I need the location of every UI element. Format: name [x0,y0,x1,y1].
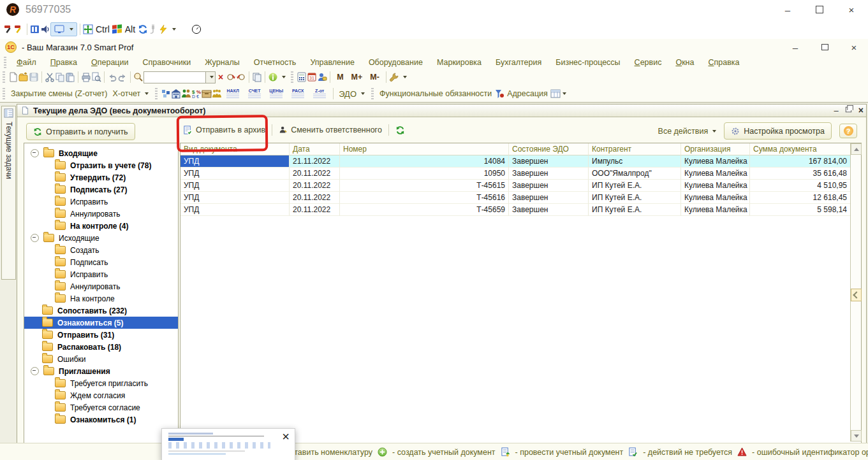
menu-management[interactable]: Управление [310,58,355,67]
cell[interactable]: 12 618,45 [750,192,851,204]
scroll-up-button[interactable] [851,143,862,155]
column-header[interactable]: Организация [681,143,750,155]
print-preview-icon[interactable] [91,72,101,82]
tree-item[interactable]: Распаковать (18) [24,341,178,353]
scroll-thumb[interactable] [851,289,862,301]
menu-accounting[interactable]: Бухгалтерия [496,58,541,67]
remote-minimize-button[interactable]: – [783,4,793,15]
cell[interactable]: Завершен [509,192,589,204]
cell[interactable]: 167 814,00 [750,155,851,168]
tree-item[interactable]: Аннулировать [24,208,178,220]
view-settings-button[interactable]: Настройка просмотра [724,122,832,140]
chevron-down-icon[interactable] [563,92,566,95]
tree-item[interactable]: Исправить [24,268,178,280]
remote-close-button[interactable]: × [846,4,857,15]
clock-icon[interactable] [191,24,202,34]
tree-item-invitations[interactable]: Приглашения [24,365,178,377]
memory-recall-button[interactable]: M [337,73,343,82]
cell[interactable]: 20.11.2022 [290,192,340,204]
table-row[interactable]: УПД 20.11.2022 Т-45615 Завершен ИП Кутей… [180,180,851,192]
chevron-down-icon[interactable] [145,92,149,95]
column-header[interactable]: Контрагент [589,143,681,155]
cell[interactable]: 10950 [340,168,509,180]
z-doc-button[interactable]: Z-от [311,89,328,99]
cell[interactable]: Завершен [509,204,589,216]
cell[interactable]: Т-45659 [340,204,509,216]
column-header[interactable]: Состояние ЭДО [509,143,589,155]
tree-item-selected[interactable]: Ознакомиться (5) [24,317,178,329]
collapse-icon[interactable] [31,149,39,157]
windows-key-icon[interactable] [112,24,122,34]
table-row[interactable]: УПД 20.11.2022 Т-45616 Завершен ИП Кутей… [180,192,851,204]
column-header[interactable]: Сумма документа [750,143,851,155]
tree-item[interactable]: Аннулировать [24,280,178,292]
menu-marking[interactable]: Маркировка [437,58,482,67]
column-header[interactable]: Дата [290,143,340,155]
blocks-icon[interactable] [161,89,171,99]
collapse-icon[interactable] [31,234,39,242]
send-to-archive-button[interactable]: Отправить в архив [183,126,265,135]
tree-item[interactable]: Требуется согласие [24,401,178,413]
save-icon[interactable] [29,72,39,82]
cell[interactable]: ИП Кутей Е.А. [589,192,681,204]
tree-item[interactable]: Утвердить (72) [24,171,178,183]
cell[interactable]: УПД [180,204,290,216]
cell[interactable]: Кулиева Малейка Гаса... [681,180,750,192]
cell[interactable]: УПД [180,192,290,204]
cell[interactable]: 5 598,14 [750,204,851,216]
current-tasks-tab[interactable]: Текущие задачи [1,106,16,280]
ctrl-key-button[interactable]: Ctrl [96,24,110,34]
tree-item[interactable]: Сопоставить (232) [24,305,178,317]
cell[interactable]: Импульс [589,155,681,168]
clear-search-icon[interactable]: × [218,72,223,82]
bill-doc-button[interactable]: СЧЕТ [246,89,263,99]
cell[interactable]: 21.11.2022 [290,155,340,168]
column-header[interactable]: Номер [340,143,509,155]
undo-icon[interactable] [107,72,117,82]
team-icon[interactable] [212,89,222,99]
menu-help[interactable]: Справка [708,58,739,67]
functional-duties-button[interactable]: Функциональные обязанности [379,89,492,98]
prices-doc-button[interactable]: ЦЕНЫ [268,89,284,99]
chevron-down-icon[interactable] [361,92,365,95]
all-actions-button[interactable]: Все действия [658,127,717,136]
tree-item[interactable]: Ошибки [24,353,178,365]
tree-item[interactable]: Подписать (27) [24,183,178,196]
table-row-selected[interactable]: УПД 21.11.2022 14084 Завершен Импульс Ку… [180,155,851,168]
memory-plus-button[interactable]: M+ [351,73,363,82]
cell[interactable]: Завершен [509,180,589,192]
column-header[interactable]: Вид документа [180,143,290,155]
app-minimize-button[interactable]: – [790,42,800,52]
menu-service[interactable]: Сервис [635,58,662,67]
alt-key-button[interactable]: Alt [125,24,135,34]
store-building-icon[interactable] [171,89,181,99]
calendar-icon[interactable]: 31 [307,72,317,82]
calculator-icon[interactable] [297,72,307,82]
app-restore-button[interactable] [820,42,830,52]
info-dropdown[interactable] [268,72,286,82]
edo-close-button[interactable]: × [858,105,864,115]
user-permissions-icon[interactable] [317,72,327,82]
table-row[interactable]: УПД 20.11.2022 Т-45659 Завершен ИП Кутей… [180,204,851,216]
pages-icon[interactable] [252,72,262,82]
archive-box-icon[interactable] [202,89,212,99]
cell[interactable]: УПД [180,180,290,192]
cell[interactable]: 20.11.2022 [290,168,340,180]
tree-item[interactable]: Требуется пригласить [24,377,178,389]
table-row[interactable]: УПД 20.11.2022 10950 Завершен ООО"Ямалпр… [180,168,851,180]
cell[interactable]: 35 616,48 [750,168,851,180]
collapse-icon[interactable] [31,367,39,375]
table-icon[interactable] [550,89,561,99]
tree-item-outgoing[interactable]: Исходящие [24,232,178,244]
new-document-icon[interactable] [8,72,18,82]
app-close-button[interactable]: × [849,42,859,52]
connection-settings-icon[interactable] [14,24,24,34]
find-previous-icon[interactable] [236,72,246,82]
invoice-doc-button[interactable]: НАКЛ [224,89,241,99]
cell[interactable]: УПД [180,168,290,180]
z-report-button[interactable]: Закрытие смены (Z-отчет) [11,89,108,98]
expense-doc-button[interactable]: РАСХ [290,89,306,99]
copy-icon[interactable] [55,72,65,82]
tree-item[interactable]: На контроле [24,292,178,305]
open-icon[interactable] [18,72,29,82]
